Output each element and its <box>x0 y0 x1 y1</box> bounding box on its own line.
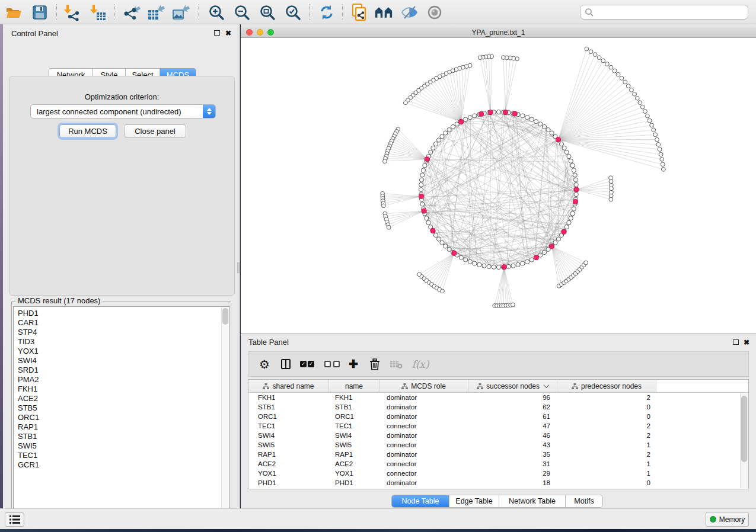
network-node[interactable] <box>529 258 534 262</box>
network-node[interactable] <box>572 168 576 172</box>
network-node[interactable] <box>605 62 610 66</box>
optimization-criterion-select[interactable]: largest connected component (undirected) <box>30 104 216 118</box>
column-header-successor-nodes[interactable]: successor nodes <box>468 380 557 392</box>
network-node[interactable] <box>601 59 605 63</box>
network-node[interactable] <box>496 110 500 114</box>
network-node[interactable] <box>653 133 658 137</box>
network-node[interactable] <box>422 209 426 213</box>
run-mcds-button[interactable]: Run MCDS <box>59 124 116 138</box>
network-node[interactable] <box>433 142 438 146</box>
table-row[interactable]: SWI5SWI5connector431 <box>248 440 748 450</box>
tab-node-table[interactable]: Node Table <box>392 495 449 507</box>
network-graph[interactable] <box>241 38 756 334</box>
network-node[interactable] <box>652 128 656 132</box>
network-node[interactable] <box>609 176 613 180</box>
table-row[interactable]: STB1STB1dominator620 <box>248 402 748 412</box>
network-node[interactable] <box>440 241 444 245</box>
network-node[interactable] <box>650 123 654 127</box>
tab-edge-table[interactable]: Edge Table <box>449 495 499 507</box>
network-node[interactable] <box>496 265 500 269</box>
network-node[interactable] <box>468 259 472 264</box>
network-node[interactable] <box>574 193 578 197</box>
network-node[interactable] <box>574 182 578 187</box>
table-row[interactable]: RAP1RAP1dominator352 <box>248 450 748 459</box>
close-panel-icon[interactable]: ✖ <box>225 30 231 36</box>
network-node[interactable] <box>609 65 613 69</box>
network-node[interactable] <box>482 264 486 268</box>
task-history-button[interactable] <box>5 512 24 527</box>
export-image-icon[interactable] <box>172 4 190 21</box>
memory-button[interactable]: Memory <box>706 512 749 527</box>
network-canvas[interactable] <box>241 38 756 334</box>
network-node[interactable] <box>468 116 472 120</box>
network-node[interactable] <box>487 264 491 268</box>
network-node[interactable] <box>589 50 593 54</box>
export-network-icon[interactable] <box>123 4 141 21</box>
network-node[interactable] <box>534 255 538 260</box>
network-node[interactable] <box>503 110 508 114</box>
save-icon[interactable] <box>31 4 49 21</box>
table-row[interactable]: ORC1ORC1dominator610 <box>248 412 748 421</box>
table-scrollbar[interactable] <box>740 393 748 488</box>
network-node[interactable] <box>437 237 441 241</box>
network-node[interactable] <box>549 244 554 249</box>
network-node[interactable] <box>567 220 571 225</box>
network-node[interactable] <box>585 47 589 51</box>
network-node[interactable] <box>534 120 538 124</box>
network-node[interactable] <box>662 168 666 172</box>
network-node[interactable] <box>574 187 579 192</box>
network-node[interactable] <box>478 56 482 60</box>
network-node[interactable] <box>382 204 386 208</box>
network-node[interactable] <box>562 229 566 234</box>
network-node[interactable] <box>437 138 441 142</box>
network-node[interactable] <box>655 137 659 142</box>
network-node[interactable] <box>553 241 557 245</box>
network-node[interactable] <box>511 264 515 268</box>
network-node[interactable] <box>501 56 505 60</box>
network-node[interactable] <box>573 173 577 177</box>
zoom-in-icon[interactable] <box>208 4 225 21</box>
splitter-handle[interactable] <box>237 262 240 273</box>
network-node[interactable] <box>473 114 477 118</box>
network-node[interactable] <box>423 164 427 168</box>
network-node[interactable] <box>546 128 550 132</box>
network-node[interactable] <box>556 237 560 241</box>
import-table-icon[interactable] <box>89 4 107 21</box>
close-panel-button[interactable]: Close panel <box>124 124 186 138</box>
select-all-icon[interactable]: ✓✓ <box>297 352 317 376</box>
network-node[interactable] <box>425 216 429 220</box>
network-node[interactable] <box>444 131 448 135</box>
network-node[interactable] <box>597 56 601 60</box>
show-all-icon[interactable] <box>426 4 444 21</box>
network-node[interactable] <box>426 220 430 225</box>
network-node[interactable] <box>623 80 627 84</box>
network-node[interactable] <box>440 134 444 139</box>
network-node[interactable] <box>660 158 664 162</box>
network-node[interactable] <box>511 303 515 307</box>
network-window-titlebar[interactable]: YPA_prune.txt_1 <box>241 27 756 38</box>
network-node[interactable] <box>479 111 483 116</box>
network-node[interactable] <box>573 199 578 204</box>
hide-selected-icon[interactable] <box>401 4 419 21</box>
network-node[interactable] <box>425 157 429 162</box>
mcds-list-scrollbar[interactable] <box>221 307 229 519</box>
network-node[interactable] <box>383 159 387 164</box>
network-node[interactable] <box>564 150 569 154</box>
network-node[interactable] <box>433 233 438 237</box>
network-node[interactable] <box>542 124 546 129</box>
zoom-out-icon[interactable] <box>233 4 251 21</box>
network-node[interactable] <box>616 72 620 76</box>
network-node[interactable] <box>656 142 661 146</box>
network-node[interactable] <box>512 111 517 116</box>
network-node[interactable] <box>521 114 525 118</box>
network-node[interactable] <box>564 225 569 229</box>
mcds-result-list[interactable]: PHD1CAR1STP4TID3YOX1SWI4SRD1PMA2FKH1ACE2… <box>13 306 229 520</box>
network-node[interactable] <box>447 247 451 251</box>
column-header-name[interactable]: name <box>329 380 379 392</box>
add-column-icon[interactable]: ✚ <box>344 352 362 376</box>
network-node[interactable] <box>441 289 445 293</box>
float-panel-icon[interactable] <box>733 339 739 345</box>
network-node[interactable] <box>572 207 576 211</box>
table-pane-mode-icon[interactable] <box>277 352 295 376</box>
network-node[interactable] <box>420 202 425 206</box>
